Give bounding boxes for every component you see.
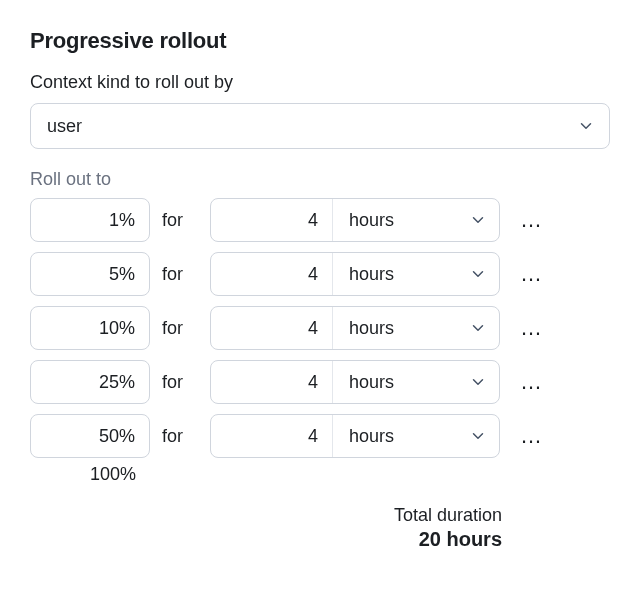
duration-group: 4 hours [210, 198, 500, 242]
percent-value: 25% [99, 372, 135, 393]
rollout-steps: 1% for 4 hours … 5% for 4 [30, 198, 610, 458]
percent-input[interactable]: 1% [30, 198, 150, 242]
chevron-down-icon [469, 265, 487, 283]
duration-value-input[interactable]: 4 [211, 361, 333, 403]
duration-unit-select[interactable]: hours [333, 361, 499, 403]
rollout-step-row: 10% for 4 hours … [30, 306, 610, 350]
duration-group: 4 hours [210, 306, 500, 350]
duration-group: 4 hours [210, 360, 500, 404]
percent-input[interactable]: 5% [30, 252, 150, 296]
duration-unit-value: hours [349, 372, 394, 393]
percent-input[interactable]: 10% [30, 306, 150, 350]
row-actions-button[interactable]: … [512, 414, 552, 458]
chevron-down-icon [469, 373, 487, 391]
duration-unit-value: hours [349, 264, 394, 285]
row-actions-button[interactable]: … [512, 252, 552, 296]
context-kind-value: user [47, 116, 82, 137]
total-duration-label: Total duration [30, 505, 502, 526]
duration-value-input[interactable]: 4 [211, 307, 333, 349]
duration-value-input[interactable]: 4 [211, 199, 333, 241]
more-icon: … [520, 315, 544, 341]
rollout-step-row: 5% for 4 hours … [30, 252, 610, 296]
percent-value: 1% [109, 210, 135, 231]
final-percent: 100% [30, 464, 150, 485]
duration-group: 4 hours [210, 414, 500, 458]
duration-unit-select[interactable]: hours [333, 199, 499, 241]
duration-value: 4 [308, 210, 318, 231]
duration-unit-select[interactable]: hours [333, 307, 499, 349]
for-label: for [162, 318, 198, 339]
for-label: for [162, 372, 198, 393]
rollout-step-row: 50% for 4 hours … [30, 414, 610, 458]
duration-unit-select[interactable]: hours [333, 253, 499, 295]
duration-value: 4 [308, 372, 318, 393]
duration-value: 4 [308, 426, 318, 447]
more-icon: … [520, 369, 544, 395]
row-actions-button[interactable]: … [512, 360, 552, 404]
percent-value: 10% [99, 318, 135, 339]
more-icon: … [520, 207, 544, 233]
rollout-step-row: 25% for 4 hours … [30, 360, 610, 404]
duration-group: 4 hours [210, 252, 500, 296]
more-icon: … [520, 261, 544, 287]
more-icon: … [520, 423, 544, 449]
duration-value: 4 [308, 264, 318, 285]
percent-input[interactable]: 50% [30, 414, 150, 458]
duration-unit-value: hours [349, 210, 394, 231]
chevron-down-icon [577, 117, 595, 135]
duration-unit-value: hours [349, 426, 394, 447]
rollout-step-row: 1% for 4 hours … [30, 198, 610, 242]
percent-value: 50% [99, 426, 135, 447]
page-title: Progressive rollout [30, 28, 610, 54]
percent-value: 5% [109, 264, 135, 285]
row-actions-button[interactable]: … [512, 198, 552, 242]
rollout-to-label: Roll out to [30, 169, 610, 190]
for-label: for [162, 426, 198, 447]
for-label: for [162, 264, 198, 285]
chevron-down-icon [469, 319, 487, 337]
context-kind-label: Context kind to roll out by [30, 72, 610, 93]
for-label: for [162, 210, 198, 231]
duration-unit-value: hours [349, 318, 394, 339]
duration-value-input[interactable]: 4 [211, 415, 333, 457]
total-duration-value: 20 hours [30, 528, 502, 551]
duration-unit-select[interactable]: hours [333, 415, 499, 457]
duration-value: 4 [308, 318, 318, 339]
duration-value-input[interactable]: 4 [211, 253, 333, 295]
chevron-down-icon [469, 427, 487, 445]
row-actions-button[interactable]: … [512, 306, 552, 350]
chevron-down-icon [469, 211, 487, 229]
context-kind-select[interactable]: user [30, 103, 610, 149]
percent-input[interactable]: 25% [30, 360, 150, 404]
